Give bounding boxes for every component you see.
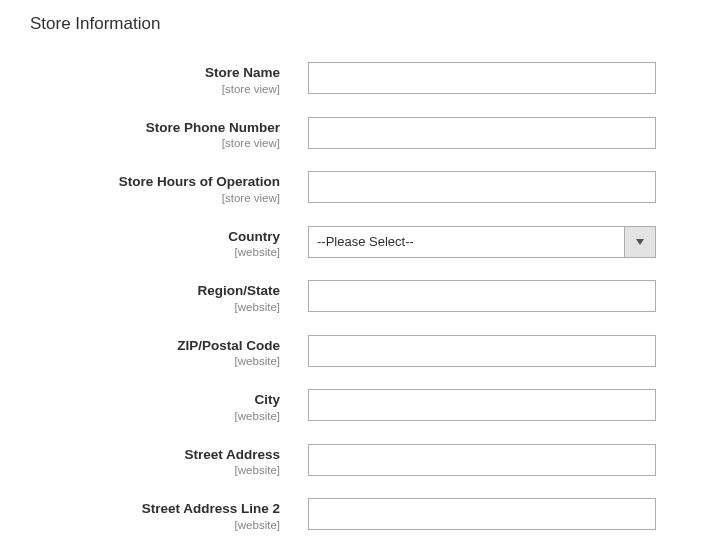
input-col: --Please Select-- <box>308 226 656 258</box>
field-row-street2: Street Address Line 2 [website] <box>30 498 678 531</box>
field-scope: [store view] <box>30 83 280 95</box>
input-col <box>308 444 656 476</box>
field-label: ZIP/Postal Code <box>30 337 280 355</box>
field-row-store-hours: Store Hours of Operation [store view] <box>30 171 678 204</box>
field-scope: [store view] <box>30 192 280 204</box>
field-row-region: Region/State [website] <box>30 280 678 313</box>
section-title: Store Information <box>30 14 678 34</box>
field-label: Street Address <box>30 446 280 464</box>
input-col <box>308 280 656 312</box>
input-col <box>308 389 656 421</box>
field-row-street1: Street Address [website] <box>30 444 678 477</box>
region-input[interactable] <box>308 280 656 312</box>
store-hours-input[interactable] <box>308 171 656 203</box>
store-phone-input[interactable] <box>308 117 656 149</box>
field-row-store-name: Store Name [store view] <box>30 62 678 95</box>
label-col: Store Phone Number [store view] <box>30 117 308 150</box>
field-row-country: Country [website] --Please Select-- <box>30 226 678 259</box>
field-scope: [website] <box>30 464 280 476</box>
label-col: ZIP/Postal Code [website] <box>30 335 308 368</box>
label-col: Store Hours of Operation [store view] <box>30 171 308 204</box>
field-scope: [website] <box>30 410 280 422</box>
zip-input[interactable] <box>308 335 656 367</box>
input-col <box>308 117 656 149</box>
field-label: Country <box>30 228 280 246</box>
label-col: Region/State [website] <box>30 280 308 313</box>
field-scope: [website] <box>30 519 280 531</box>
label-col: Street Address Line 2 [website] <box>30 498 308 531</box>
country-select-wrapper: --Please Select-- <box>308 226 656 258</box>
field-scope: [website] <box>30 301 280 313</box>
city-input[interactable] <box>308 389 656 421</box>
field-row-city: City [website] <box>30 389 678 422</box>
field-label: Store Hours of Operation <box>30 173 280 191</box>
field-label: Store Name <box>30 64 280 82</box>
input-col <box>308 171 656 203</box>
field-scope: [website] <box>30 355 280 367</box>
label-col: City [website] <box>30 389 308 422</box>
label-col: Street Address [website] <box>30 444 308 477</box>
field-scope: [website] <box>30 246 280 258</box>
input-col <box>308 498 656 530</box>
field-label: City <box>30 391 280 409</box>
country-select[interactable]: --Please Select-- <box>308 226 656 258</box>
label-col: Store Name [store view] <box>30 62 308 95</box>
street1-input[interactable] <box>308 444 656 476</box>
field-label: Street Address Line 2 <box>30 500 280 518</box>
street2-input[interactable] <box>308 498 656 530</box>
field-row-zip: ZIP/Postal Code [website] <box>30 335 678 368</box>
store-name-input[interactable] <box>308 62 656 94</box>
label-col: Country [website] <box>30 226 308 259</box>
input-col <box>308 62 656 94</box>
field-scope: [store view] <box>30 137 280 149</box>
field-row-store-phone: Store Phone Number [store view] <box>30 117 678 150</box>
field-label: Region/State <box>30 282 280 300</box>
input-col <box>308 335 656 367</box>
field-label: Store Phone Number <box>30 119 280 137</box>
